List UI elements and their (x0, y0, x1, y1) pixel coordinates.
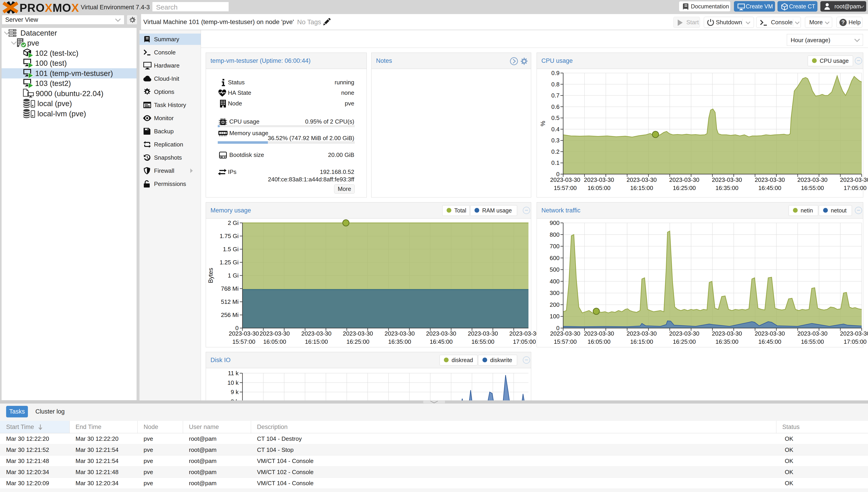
svg-text:900: 900 (550, 219, 559, 226)
svg-text:16:25:00: 16:25:00 (346, 338, 369, 345)
svg-text:16:35:00: 16:35:00 (715, 184, 738, 191)
svg-text:300: 300 (550, 290, 559, 296)
svg-text:16:35:00: 16:35:00 (388, 338, 411, 345)
svg-text:100: 100 (550, 313, 559, 320)
svg-text:8 k: 8 k (231, 398, 239, 401)
svg-text:2023-03-30: 2023-03-30 (229, 330, 259, 337)
svg-text:0.1: 0.1 (551, 159, 559, 166)
svg-text:400: 400 (550, 278, 559, 285)
svg-text:16:05:00: 16:05:00 (587, 338, 610, 345)
svg-text:2023-03-30: 2023-03-30 (468, 330, 498, 337)
svg-text:11 k: 11 k (228, 370, 239, 376)
svg-text:1 Gi: 1 Gi (228, 272, 239, 279)
svg-text:16:45:00: 16:45:00 (430, 338, 453, 345)
svg-text:0.5: 0.5 (551, 115, 559, 121)
svg-text:0.4: 0.4 (551, 126, 559, 133)
svg-text:2023-03-30: 2023-03-30 (840, 330, 868, 337)
svg-text:2 Gi: 2 Gi (228, 219, 239, 226)
svg-text:512 Mi: 512 Mi (221, 298, 239, 305)
svg-text:0.8: 0.8 (551, 81, 559, 88)
svg-text:1.75 Gi: 1.75 Gi (220, 232, 239, 240)
svg-text:16:35:00: 16:35:00 (715, 338, 738, 345)
svg-text:0.3: 0.3 (551, 137, 559, 144)
svg-text:16:05:00: 16:05:00 (587, 184, 610, 191)
svg-text:16:25:00: 16:25:00 (673, 338, 696, 345)
svg-text:9 k: 9 k (231, 389, 239, 395)
svg-text:2023-03-30: 2023-03-30 (712, 330, 742, 337)
svg-text:1.5 Gi: 1.5 Gi (223, 246, 239, 252)
svg-text:2023-03-30: 2023-03-30 (840, 176, 868, 183)
svg-text:17:05:00: 17:05:00 (513, 338, 536, 345)
svg-text:800: 800 (550, 231, 559, 238)
svg-text:16:25:00: 16:25:00 (673, 184, 696, 191)
svg-text:2023-03-30: 2023-03-30 (584, 176, 614, 183)
svg-text:700: 700 (550, 243, 559, 250)
svg-text:?: ? (841, 19, 845, 25)
svg-text:600: 600 (550, 254, 559, 262)
svg-text:2023-03-30: 2023-03-30 (797, 330, 828, 337)
svg-text:16:05:00: 16:05:00 (263, 338, 286, 345)
svg-text:256 Mi: 256 Mi (221, 312, 239, 318)
svg-text:Bytes: Bytes (207, 268, 214, 283)
svg-text:16:15:00: 16:15:00 (305, 338, 328, 345)
svg-text:2023-03-30: 2023-03-30 (260, 330, 290, 337)
svg-text:500: 500 (550, 266, 559, 273)
svg-text:16:15:00: 16:15:00 (630, 184, 653, 191)
svg-text:2023-03-30: 2023-03-30 (797, 176, 828, 183)
svg-text:2023-03-30: 2023-03-30 (426, 330, 456, 337)
svg-text:0.6: 0.6 (551, 103, 559, 110)
svg-text:2023-03-30: 2023-03-30 (550, 176, 580, 183)
svg-text:1.25 Gi: 1.25 Gi (220, 259, 239, 266)
svg-text:15:57:00: 15:57:00 (232, 338, 255, 345)
svg-text:2023-03-30: 2023-03-30 (385, 330, 415, 337)
svg-text:2023-03-30: 2023-03-30 (669, 176, 699, 183)
svg-text:%: % (539, 121, 546, 126)
svg-text:16:15:00: 16:15:00 (630, 338, 653, 345)
svg-text:200: 200 (550, 301, 559, 308)
svg-text:10 k: 10 k (227, 379, 239, 386)
svg-text:0.9: 0.9 (551, 70, 559, 76)
svg-text:2023-03-30: 2023-03-30 (755, 330, 785, 337)
svg-text:2023-03-30: 2023-03-30 (343, 330, 373, 337)
svg-text:0.2: 0.2 (551, 148, 559, 155)
svg-text:16:55:00: 16:55:00 (471, 338, 494, 345)
svg-text:768 Mi: 768 Mi (221, 285, 239, 292)
svg-text:16:55:00: 16:55:00 (801, 184, 824, 191)
svg-text:2023-03-30: 2023-03-30 (755, 176, 785, 183)
svg-text:2023-03-30: 2023-03-30 (669, 330, 699, 337)
svg-text:16:45:00: 16:45:00 (758, 338, 781, 345)
svg-text:2023-03-30: 2023-03-30 (302, 330, 332, 337)
svg-text:17:05:00: 17:05:00 (844, 184, 866, 191)
svg-text:15:57:00: 15:57:00 (554, 338, 577, 345)
svg-text:16:45:00: 16:45:00 (758, 184, 781, 191)
svg-text:17:05:00: 17:05:00 (844, 338, 866, 345)
svg-text:2023-03-30: 2023-03-30 (509, 330, 539, 337)
svg-text:2023-03-30: 2023-03-30 (627, 176, 657, 183)
svg-text:2023-03-30: 2023-03-30 (712, 176, 742, 183)
svg-text:2023-03-30: 2023-03-30 (627, 330, 657, 337)
svg-text:0.7: 0.7 (551, 92, 559, 99)
svg-text:2023-03-30: 2023-03-30 (584, 330, 614, 337)
svg-text:16:55:00: 16:55:00 (801, 338, 824, 345)
svg-text:15:57:00: 15:57:00 (554, 184, 577, 191)
svg-text:2023-03-30: 2023-03-30 (550, 330, 580, 337)
